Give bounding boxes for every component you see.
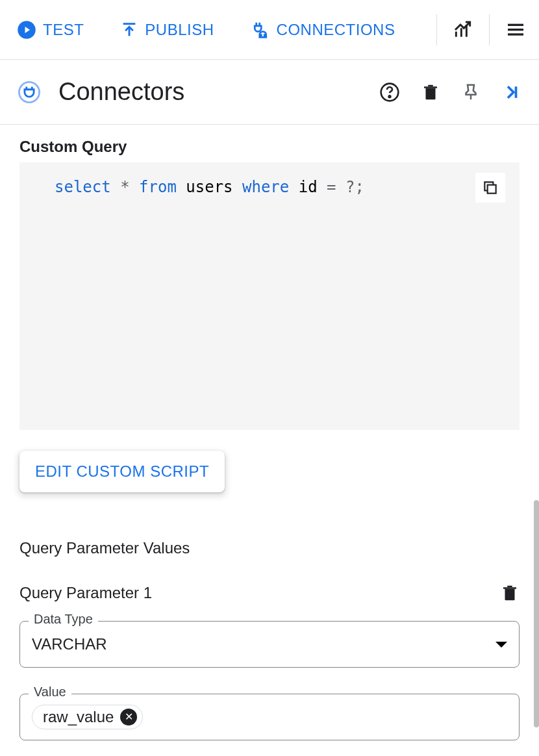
query-parameter-section: Query Parameter Values Query Parameter 1…	[19, 539, 520, 740]
data-type-value: VARCHAR	[32, 635, 495, 653]
svg-point-11	[389, 95, 391, 97]
custom-query-label: Custom Query	[19, 138, 520, 156]
toolbar-divider	[436, 14, 437, 45]
connector-icon	[18, 81, 40, 103]
play-icon	[17, 20, 36, 40]
data-type-field[interactable]: Data Type VARCHAR	[19, 621, 520, 668]
publish-button[interactable]: PUBLISH	[116, 16, 218, 44]
analytics-icon[interactable]	[453, 19, 473, 40]
code-token: users	[186, 178, 232, 196]
code-token: *	[120, 178, 129, 196]
value-field[interactable]: Value raw_value ✕	[19, 694, 520, 740]
collapse-icon[interactable]	[501, 82, 521, 102]
code-token: id	[299, 178, 318, 196]
test-button[interactable]: TEST	[13, 15, 88, 45]
svg-rect-6	[508, 23, 523, 25]
content-area: Custom Query select * from users where i…	[0, 125, 539, 740]
copy-button[interactable]	[475, 173, 505, 203]
svg-point-9	[19, 82, 39, 102]
help-icon[interactable]	[379, 82, 400, 103]
edit-custom-script-button[interactable]: EDIT CUSTOM SCRIPT	[19, 451, 225, 492]
value-chip[interactable]: raw_value ✕	[32, 705, 143, 729]
data-type-label: Data Type	[29, 612, 98, 627]
code-token: from	[139, 178, 177, 196]
code-token: ?	[345, 178, 355, 196]
upload-icon	[120, 21, 138, 39]
plug-icon	[251, 20, 270, 40]
page-header: Connectors	[0, 60, 539, 125]
delete-icon[interactable]	[421, 82, 440, 102]
query-parameter-header: Query Parameter 1	[19, 583, 520, 603]
menu-icon[interactable]	[505, 19, 526, 40]
query-parameter-values-label: Query Parameter Values	[19, 539, 520, 557]
value-label: Value	[29, 685, 71, 699]
svg-rect-7	[508, 29, 523, 31]
close-icon[interactable]: ✕	[120, 709, 137, 725]
toolbar-divider	[489, 14, 490, 45]
scrollbar[interactable]	[534, 500, 539, 727]
connections-button[interactable]: CONNECTIONS	[247, 15, 399, 45]
test-label: TEST	[43, 21, 84, 39]
publish-label: PUBLISH	[145, 21, 214, 39]
top-toolbar: TEST PUBLISH CONNECTIONS	[0, 0, 539, 60]
code-token: =	[327, 178, 336, 196]
svg-rect-8	[508, 33, 523, 35]
value-chip-text: raw_value	[43, 708, 114, 726]
code-token: where	[242, 178, 289, 196]
code-token: ;	[355, 178, 364, 196]
query-parameter-title: Query Parameter 1	[19, 584, 152, 602]
pin-icon[interactable]	[461, 82, 481, 102]
code-token: select	[55, 178, 111, 196]
edit-custom-script-label: EDIT CUSTOM SCRIPT	[35, 462, 209, 481]
connections-label: CONNECTIONS	[277, 21, 395, 39]
svg-rect-14	[488, 185, 496, 194]
chevron-down-icon	[495, 642, 507, 648]
delete-parameter-icon[interactable]	[500, 583, 520, 603]
custom-query-code[interactable]: select * from users where id = ?;	[19, 162, 520, 430]
page-title: Connectors	[58, 78, 379, 106]
